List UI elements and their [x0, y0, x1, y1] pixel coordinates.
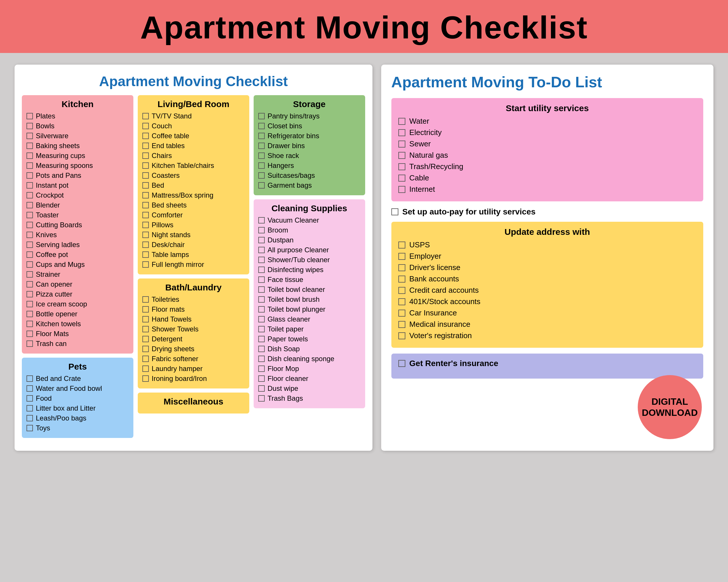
checkbox[interactable]	[258, 217, 265, 223]
checkbox[interactable]	[398, 242, 405, 249]
checkbox[interactable]	[26, 291, 33, 297]
checkbox[interactable]	[26, 232, 33, 238]
checkbox[interactable]	[398, 332, 405, 339]
checkbox[interactable]	[26, 385, 33, 392]
checkbox[interactable]	[26, 222, 33, 228]
checkbox[interactable]	[258, 153, 265, 159]
checkbox[interactable]	[26, 376, 33, 382]
checkbox[interactable]	[258, 227, 265, 233]
checkbox[interactable]	[258, 162, 265, 169]
checkbox[interactable]	[26, 340, 33, 347]
checkbox[interactable]	[142, 192, 149, 198]
checkbox[interactable]	[258, 237, 265, 243]
checkbox[interactable]	[26, 192, 33, 198]
checkbox[interactable]	[26, 212, 33, 218]
checkbox[interactable]	[142, 153, 149, 159]
checkbox[interactable]	[258, 365, 265, 372]
checkbox[interactable]	[142, 182, 149, 189]
checkbox[interactable]	[258, 123, 265, 129]
checkbox[interactable]	[26, 331, 33, 337]
checkbox[interactable]	[142, 162, 149, 169]
checkbox[interactable]	[258, 133, 265, 139]
checkbox[interactable]	[26, 281, 33, 287]
checkbox[interactable]	[26, 133, 33, 139]
checkbox[interactable]	[258, 276, 265, 283]
checkbox[interactable]	[258, 182, 265, 189]
checkbox[interactable]	[26, 182, 33, 189]
checkbox[interactable]	[142, 365, 149, 372]
checkbox[interactable]	[398, 298, 405, 305]
checkbox[interactable]	[142, 143, 149, 149]
checkbox[interactable]	[258, 143, 265, 149]
checkbox[interactable]	[142, 212, 149, 218]
checkbox[interactable]	[398, 321, 405, 328]
checkbox[interactable]	[142, 202, 149, 209]
checkbox[interactable]	[398, 287, 405, 294]
checkbox[interactable]	[258, 376, 265, 382]
checkbox[interactable]	[398, 152, 405, 159]
checkbox[interactable]	[398, 253, 405, 260]
checkbox[interactable]	[398, 310, 405, 316]
checkbox[interactable]	[258, 326, 265, 332]
checkbox[interactable]	[258, 385, 265, 392]
checkbox[interactable]	[26, 415, 33, 421]
auto-pay-checkbox[interactable]	[391, 209, 398, 215]
checkbox[interactable]	[142, 222, 149, 228]
checkbox[interactable]	[258, 172, 265, 179]
checkbox[interactable]	[142, 123, 149, 129]
checkbox[interactable]	[142, 326, 149, 332]
checkbox[interactable]	[26, 153, 33, 159]
checkbox[interactable]	[258, 113, 265, 119]
checkbox[interactable]	[258, 296, 265, 303]
checkbox[interactable]	[398, 186, 405, 193]
checkbox[interactable]	[26, 251, 33, 258]
checkbox[interactable]	[398, 276, 405, 282]
checkbox[interactable]	[258, 346, 265, 352]
checkbox[interactable]	[26, 113, 33, 119]
checkbox[interactable]	[258, 356, 265, 362]
checkbox[interactable]	[258, 306, 265, 312]
checkbox[interactable]	[398, 163, 405, 170]
checkbox[interactable]	[142, 133, 149, 139]
checkbox[interactable]	[26, 202, 33, 209]
checkbox[interactable]	[258, 267, 265, 273]
checkbox[interactable]	[26, 301, 33, 307]
checkbox[interactable]	[26, 311, 33, 317]
checkbox[interactable]	[26, 425, 33, 431]
checkbox[interactable]	[142, 296, 149, 303]
checkbox[interactable]	[26, 143, 33, 149]
checkbox[interactable]	[258, 395, 265, 401]
checkbox[interactable]	[142, 113, 149, 119]
checkbox[interactable]	[398, 175, 405, 182]
checkbox[interactable]	[258, 286, 265, 293]
checkbox[interactable]	[398, 129, 405, 136]
checkbox[interactable]	[26, 261, 33, 268]
checkbox[interactable]	[142, 336, 149, 342]
checkbox[interactable]	[142, 356, 149, 362]
checkbox[interactable]	[142, 316, 149, 323]
checkbox[interactable]	[26, 123, 33, 129]
checkbox[interactable]	[26, 172, 33, 179]
checkbox[interactable]	[26, 321, 33, 327]
checkbox[interactable]	[142, 232, 149, 238]
checkbox[interactable]	[258, 257, 265, 263]
renters-checkbox[interactable]	[398, 360, 405, 367]
checkbox[interactable]	[398, 264, 405, 271]
checkbox[interactable]	[26, 395, 33, 401]
checkbox[interactable]	[258, 247, 265, 253]
checkbox[interactable]	[258, 336, 265, 342]
checkbox[interactable]	[142, 346, 149, 352]
checkbox[interactable]	[398, 118, 405, 125]
checkbox[interactable]	[26, 405, 33, 412]
checkbox[interactable]	[142, 261, 149, 268]
checkbox[interactable]	[142, 242, 149, 248]
checkbox[interactable]	[26, 162, 33, 169]
checkbox[interactable]	[142, 376, 149, 382]
checkbox[interactable]	[398, 141, 405, 147]
checkbox[interactable]	[142, 306, 149, 312]
checkbox[interactable]	[26, 242, 33, 248]
checkbox[interactable]	[26, 271, 33, 278]
checkbox[interactable]	[258, 316, 265, 323]
checkbox[interactable]	[142, 172, 149, 179]
checkbox[interactable]	[142, 251, 149, 258]
